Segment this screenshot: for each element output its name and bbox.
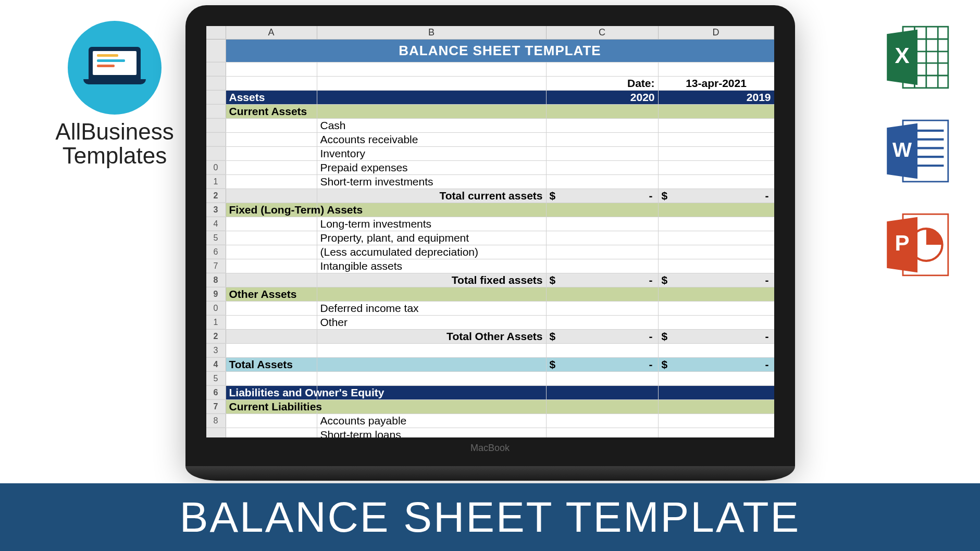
col-B[interactable]: B [317, 26, 547, 39]
col-D[interactable]: D [659, 26, 774, 39]
other-assets-header: 9Other Assets [206, 287, 774, 302]
brand-name: AllBusiness Templates [31, 120, 198, 168]
spreadsheet-screenshot: A B C D BALANCE SHEET TEMPLATE Date: 13-… [206, 26, 774, 437]
blank-row [206, 62, 774, 77]
col-A[interactable]: A [226, 26, 317, 39]
year-2019: 2019 [659, 91, 774, 104]
date-row: Date: 13-apr-2021 [206, 77, 774, 91]
row-sti: 1Short-term investments [206, 175, 774, 189]
row-inventory: Inventory [206, 147, 774, 161]
sheet-title: BALANCE SHEET TEMPLATE [226, 40, 774, 62]
row-cash: Cash [206, 119, 774, 133]
date-value[interactable]: 13-apr-2021 [659, 77, 774, 90]
file-type-icons: X W P [876, 21, 959, 281]
page-banner: BALANCE SHEET TEMPLATE [0, 483, 980, 551]
row-ppe: 5Property, plant, and equipment [206, 231, 774, 245]
macbook-label: MacBook [206, 437, 774, 456]
excel-icon: X [881, 21, 954, 94]
svg-text:X: X [895, 43, 910, 68]
svg-text:W: W [892, 139, 912, 161]
blank-row: 3 [206, 344, 774, 358]
date-label: Date: [547, 77, 659, 90]
row-total-fixed: 8Total fixed assets$-$- [206, 273, 774, 287]
row-intangible: 7Intangible assets [206, 259, 774, 273]
assets-section-header: Assets 2020 2019 [206, 91, 774, 105]
current-liabilities-header: 7Current Liabilities [206, 400, 774, 414]
title-row: BALANCE SHEET TEMPLATE [206, 40, 774, 62]
laptop-icon [83, 47, 146, 89]
banner-text: BALANCE SHEET TEMPLATE [180, 493, 801, 542]
row-ar: Accounts receivable [206, 133, 774, 147]
word-icon: W [881, 115, 954, 187]
current-assets-header: Current Assets [206, 105, 774, 119]
row-total-other: 2Total Other Assets$-$- [206, 330, 774, 344]
brand-logo: AllBusiness Templates [31, 21, 198, 168]
row-ap: 8Accounts payable [206, 414, 774, 428]
column-headers: A B C D [206, 26, 774, 40]
row-total-assets: 4Total Assets$-$- [206, 358, 774, 372]
col-C[interactable]: C [547, 26, 659, 39]
liabilities-section-header: 6Liabilities and Owner's Equity [206, 386, 774, 400]
logo-circle-icon [68, 21, 162, 115]
fixed-assets-header: 3Fixed (Long-Term) Assets [206, 203, 774, 217]
row-stl: Short-term loans [206, 428, 774, 437]
laptop-mockup: A B C D BALANCE SHEET TEMPLATE Date: 13-… [185, 5, 795, 481]
svg-text:P: P [895, 231, 910, 255]
powerpoint-icon: P [881, 208, 954, 281]
row-lti: 4Long-term investments [206, 217, 774, 231]
row-dit: 0Deferred income tax [206, 302, 774, 316]
row-other: 1Other [206, 316, 774, 330]
row-depreciation: 6(Less accumulated depreciation) [206, 245, 774, 259]
year-2020: 2020 [547, 91, 659, 104]
row-prepaid: 0Prepaid expenses [206, 161, 774, 175]
blank-row: 5 [206, 372, 774, 386]
row-total-current: 2Total current assets$-$- [206, 189, 774, 203]
